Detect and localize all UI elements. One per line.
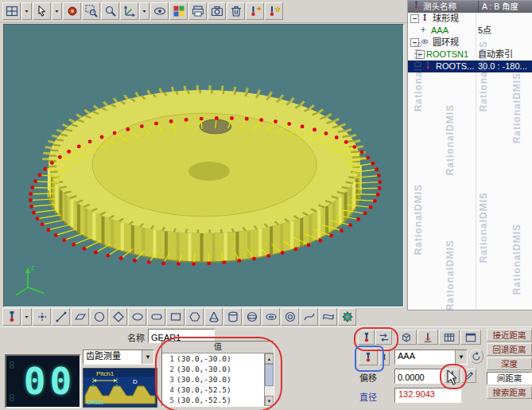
measure-diamond-button[interactable] [109, 308, 127, 326]
offset-input[interactable] [395, 371, 448, 385]
cad-view-button[interactable] [396, 330, 417, 345]
tree-row-rootsn1[interactable]: ROOTSN1 自动索引 [408, 49, 532, 61]
view-orientation-button[interactable] [120, 2, 138, 20]
measure-mode-combo[interactable]: 齿距测量 ▼ [83, 349, 154, 365]
color-settings-button[interactable] [169, 2, 188, 20]
select-dropdown[interactable] [52, 2, 62, 20]
measure-cone-button[interactable] [204, 308, 223, 326]
tree-item-value: 5点 [478, 25, 491, 37]
tree-row-aaa[interactable]: AAA 5点 [408, 25, 532, 37]
probe-tree-header[interactable]: 测头名称 A : B 角度 [408, 1, 532, 13]
value-row[interactable]: 3(30.0,-30.0) [162, 374, 264, 385]
measure-torus-button[interactable] [262, 308, 280, 326]
angle-column-header[interactable]: A : B 角度 [479, 1, 532, 13]
view-dropdown[interactable] [139, 2, 150, 20]
parameter-column: 接近距离 回退距离 深度 间距离 搜索距离 [487, 329, 532, 400]
spacing-field[interactable]: 间距离 [487, 372, 532, 385]
counter-ghost-digit: 8 [9, 392, 20, 404]
select-cursor-button[interactable] [33, 2, 51, 20]
row-value: (30.0,-52.5) [177, 395, 264, 405]
offset-label: 偏移 [359, 371, 377, 384]
layout-dropdown[interactable] [21, 2, 32, 20]
depth-button[interactable]: 深度 [487, 357, 532, 370]
value-list-header: 值 [162, 342, 274, 353]
combo-dropdown-icon[interactable]: ▼ [142, 350, 153, 364]
display-mode-button[interactable] [150, 2, 169, 20]
viewport-3d[interactable]: z [3, 24, 404, 307]
probe-mode-button[interactable] [2, 308, 21, 326]
tree-row-sphere-gauge[interactable]: 球形规 [408, 13, 532, 25]
measure-circle-button[interactable] [90, 308, 108, 326]
measure-plane-button[interactable] [71, 308, 89, 326]
tree-row-roots-selected[interactable]: ROOTS... 30.0 : -180... [408, 61, 532, 72]
measure-surface-button[interactable] [319, 308, 337, 326]
probe-mode-dropdown[interactable] [21, 308, 32, 326]
retract-distance-button[interactable]: 回退距离 [487, 343, 532, 356]
tree-item-label: AAA [431, 25, 449, 37]
counter-digits: 00 [20, 356, 80, 407]
active-probe-button[interactable] [359, 349, 378, 365]
diagram-pitch-label: Pitch1 [96, 370, 115, 377]
probe-options-button[interactable] [379, 349, 390, 365]
measure-ellipse-button[interactable] [128, 308, 146, 326]
report-button[interactable] [188, 2, 207, 20]
row-number: 1 [162, 353, 177, 364]
measure-curve-button[interactable] [300, 308, 318, 326]
probe-combo-value: AAA [395, 350, 455, 364]
tree-item-label: ROOTS... [436, 61, 474, 72]
zoom-window-button[interactable] [82, 2, 100, 20]
probe-select-combo[interactable]: AAA ▼ [394, 349, 468, 365]
gear-scene: z [4, 25, 402, 305]
zoom-button[interactable] [101, 2, 119, 20]
delete-button[interactable] [227, 2, 245, 20]
row-number: 2 [162, 364, 177, 374]
probe-header-icon [411, 0, 421, 14]
scroll-up-icon[interactable]: ▲ [265, 353, 274, 364]
measure-line-button[interactable] [52, 308, 70, 326]
machine-button[interactable] [63, 2, 81, 20]
main-toolbar [0, 0, 410, 23]
snapshot-button[interactable] [208, 2, 226, 20]
probe-name-column-header[interactable]: 测头名称 [408, 1, 479, 13]
measure-polygon-button[interactable] [185, 308, 204, 326]
measure-point-button[interactable] [33, 308, 51, 326]
expand-toggle[interactable] [416, 50, 425, 59]
scroll-thumb[interactable] [265, 364, 274, 386]
expand-toggle[interactable] [410, 14, 419, 23]
value-row[interactable]: 4(30.0,-52.5) [162, 385, 264, 395]
probe-touch-button[interactable] [445, 369, 460, 383]
measure-ring-button[interactable] [281, 308, 299, 326]
point-value-list[interactable]: 值 1(30.0,-30.0) 2(30.0,-30.0) 3(30.0,-30… [161, 341, 274, 407]
measure-rectangle-button[interactable] [166, 308, 184, 326]
measure-sphere-button[interactable] [243, 308, 261, 326]
probe-icon [424, 61, 434, 72]
pitch-diagram: Pitch1 D Offset [83, 368, 157, 408]
combo-dropdown-icon[interactable]: ▼ [455, 350, 467, 364]
data-table-button[interactable] [439, 330, 460, 345]
edit-value-button[interactable] [461, 369, 476, 383]
measure-settings-button[interactable] [338, 308, 356, 326]
window-layout-button[interactable] [2, 2, 21, 20]
expand-toggle[interactable] [410, 38, 419, 47]
probe-swap-button[interactable] [375, 330, 392, 345]
approach-distance-button[interactable]: 接近距离 [487, 329, 532, 342]
layout-window-button[interactable] [460, 330, 481, 345]
probe-manager-button[interactable] [358, 330, 375, 345]
probe-calibration-button[interactable] [265, 2, 283, 20]
hand-probe-button[interactable] [417, 330, 438, 345]
measure-slot-button[interactable] [147, 308, 165, 326]
value-row[interactable]: 2(30.0,-30.0) [162, 364, 264, 374]
diagram-d-label: D [133, 378, 138, 385]
point-counter-display: 8 8 00 [5, 354, 81, 408]
refresh-probe-button[interactable] [469, 349, 483, 364]
watermark: RationalDMIS [511, 224, 522, 295]
measure-cylinder-button[interactable] [223, 308, 242, 326]
tree-row-ring-gauge[interactable]: 圆环规 [408, 37, 532, 49]
search-distance-button[interactable]: 搜索距离 [487, 386, 532, 399]
row-value: (30.0,-30.0) [177, 353, 264, 364]
value-row[interactable]: 5(30.0,-52.5) [162, 395, 264, 405]
list-scrollbar[interactable]: ▲ ▼ [264, 353, 274, 406]
probe-goto-button[interactable] [246, 2, 264, 20]
value-row[interactable]: 1(30.0,-30.0) [162, 353, 264, 364]
scroll-down-icon[interactable]: ▼ [265, 396, 274, 406]
